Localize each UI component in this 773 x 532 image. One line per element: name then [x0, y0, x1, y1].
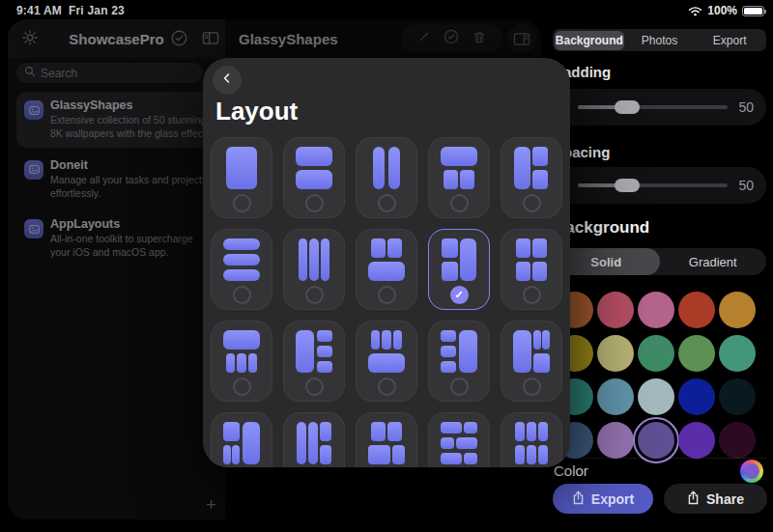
layout-glyph [366, 330, 407, 373]
layout-glyph [294, 147, 334, 189]
layout-radio[interactable]: ✓ [450, 286, 469, 304]
slider-track[interactable] [578, 183, 728, 187]
tab-photos[interactable]: Photos [624, 31, 695, 50]
layout-option-7[interactable] [283, 229, 345, 310]
layout-radio[interactable] [233, 194, 251, 212]
color-swatch-10[interactable] [719, 335, 756, 372]
layout-option-15[interactable] [501, 321, 562, 402]
layout-glyph [439, 147, 479, 189]
glyph-block [456, 437, 477, 449]
color-swatch-20[interactable] [719, 422, 756, 459]
color-swatch-4[interactable] [678, 292, 715, 328]
export-button[interactable]: Export [553, 484, 653, 514]
color-swatch-5[interactable] [719, 292, 756, 328]
layout-glyph [294, 422, 334, 464]
color-swatch-14[interactable] [678, 378, 715, 415]
color-swatch-7[interactable] [597, 335, 634, 372]
color-swatch-15[interactable] [719, 378, 756, 415]
modal-title: Layout [215, 97, 298, 126]
padding-slider[interactable]: 50 [553, 89, 766, 126]
layout-radio[interactable] [523, 286, 541, 304]
glyph-block [371, 422, 385, 441]
layout-option-13[interactable] [356, 321, 417, 402]
glyph-block [382, 330, 390, 350]
layout-option-1[interactable] [211, 137, 272, 218]
layout-radio[interactable] [450, 194, 469, 212]
glyph-block [441, 361, 456, 373]
glyph-block [223, 330, 260, 350]
layout-option-17[interactable] [283, 412, 345, 467]
color-swatch-8[interactable] [638, 335, 674, 372]
glyph-block [387, 422, 401, 441]
layout-option-3[interactable] [356, 137, 417, 218]
layout-option-12[interactable] [283, 321, 345, 402]
glyph-block [387, 238, 401, 258]
glyph-block [223, 254, 260, 266]
glyph-block [542, 330, 550, 350]
glyph-block [226, 147, 258, 189]
glyph-block [248, 353, 257, 373]
glyph-block [308, 422, 318, 464]
color-swatch-2[interactable] [597, 292, 634, 328]
color-swatch-12[interactable] [597, 378, 634, 415]
layout-radio[interactable] [523, 378, 541, 396]
layout-glyph [366, 147, 407, 189]
glyph-block [368, 262, 405, 281]
glyph-block [299, 238, 307, 281]
layout-option-11[interactable] [211, 321, 272, 402]
layout-radio[interactable] [233, 286, 251, 304]
layout-glyph [294, 238, 334, 281]
layout-option-8[interactable] [356, 229, 417, 310]
layout-option-6[interactable] [211, 229, 272, 310]
mode-gradient[interactable]: Gradient [660, 248, 767, 275]
glyph-block [297, 422, 306, 464]
glyph-block [441, 437, 454, 449]
layout-option-9[interactable]: ✓ [428, 229, 490, 310]
layout-option-14[interactable] [428, 321, 490, 402]
color-wheel-picker[interactable] [740, 460, 763, 483]
spacing-slider[interactable]: 50 [553, 167, 766, 204]
share-button[interactable]: Share [664, 484, 767, 514]
glyph-block [459, 330, 476, 373]
tab-background[interactable]: Background [555, 31, 625, 50]
layout-glyph [439, 238, 479, 281]
layout-option-20[interactable] [501, 412, 562, 467]
tab-export[interactable]: Export [695, 31, 765, 50]
layout-option-19[interactable] [428, 412, 490, 467]
layout-radio[interactable] [305, 194, 324, 212]
layout-option-18[interactable] [356, 412, 417, 467]
back-button[interactable] [213, 66, 242, 95]
layout-option-10[interactable] [501, 229, 562, 310]
color-swatch-13[interactable] [638, 378, 674, 415]
layout-radio[interactable] [523, 194, 541, 212]
color-swatch-grid [557, 292, 756, 459]
layout-glyph [511, 147, 552, 189]
layout-option-2[interactable] [283, 137, 345, 218]
color-swatch-19[interactable] [678, 422, 715, 459]
share-icon [572, 490, 585, 508]
color-swatch-18[interactable] [638, 422, 674, 459]
layout-option-16[interactable] [211, 412, 272, 467]
export-button-label: Export [591, 491, 634, 507]
slider-thumb[interactable] [615, 100, 640, 114]
layout-option-5[interactable] [501, 137, 562, 218]
slider-thumb[interactable] [615, 179, 640, 192]
glyph-block [368, 445, 390, 464]
glyph-block [527, 422, 536, 441]
slider-track[interactable] [578, 105, 728, 109]
layout-radio[interactable] [378, 286, 396, 304]
layout-radio[interactable] [450, 378, 469, 396]
glyph-block [514, 147, 530, 189]
color-swatch-9[interactable] [678, 335, 715, 372]
layout-option-4[interactable] [428, 137, 490, 218]
glyph-block [441, 330, 456, 342]
layout-radio[interactable] [378, 194, 396, 212]
layout-radio[interactable] [305, 378, 324, 396]
layout-radio[interactable] [378, 378, 396, 396]
glyph-block [527, 445, 536, 464]
layout-radio[interactable] [305, 286, 324, 304]
color-swatch-3[interactable] [638, 292, 674, 328]
glyph-block [538, 445, 548, 464]
color-swatch-17[interactable] [597, 422, 634, 459]
layout-radio[interactable] [233, 378, 251, 396]
